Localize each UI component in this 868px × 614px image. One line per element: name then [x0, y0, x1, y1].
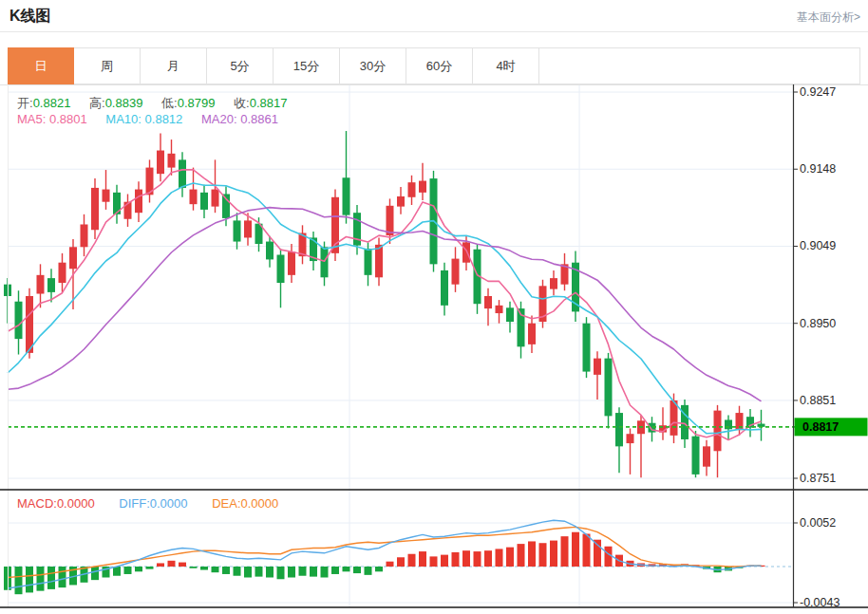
candle-body — [484, 296, 492, 308]
candle-body — [583, 324, 591, 372]
candle-body — [365, 249, 372, 275]
macd-bar — [484, 550, 492, 567]
macd-bar — [528, 541, 536, 567]
diff-readout: DIFF:0.0000 — [119, 496, 187, 511]
y-axis-label: 0.9247 — [800, 85, 836, 99]
dea-line — [8, 527, 762, 577]
candle-body — [157, 151, 164, 175]
macd-bar — [321, 567, 329, 578]
candle-body — [375, 245, 383, 277]
ma-legend: MA5: 0.8801 MA10: 0.8812 MA20: 0.8861 — [17, 112, 293, 126]
macd-bar — [146, 567, 154, 569]
macd-bar — [212, 567, 219, 572]
macd-bar — [190, 567, 198, 568]
macd-bar — [331, 567, 339, 574]
candle-body — [387, 206, 394, 235]
macd-bar — [375, 567, 383, 571]
candle-body — [452, 259, 460, 285]
candle-body — [266, 242, 274, 260]
candle-body — [47, 278, 55, 292]
kline-chart: 0.92470.91480.90490.89500.88510.87510.00… — [0, 0, 868, 614]
candle-body — [168, 154, 176, 168]
y-axis-label: 0.9049 — [800, 239, 836, 252]
y-axis-label: 0.8950 — [800, 317, 836, 330]
candle-body — [615, 413, 623, 446]
macd-readout: MACD:0.0000 — [17, 496, 95, 511]
macd-bar — [408, 554, 416, 567]
candle-body — [703, 446, 710, 466]
macd-bar — [387, 562, 394, 567]
macd-bar — [572, 532, 579, 567]
kline-widget: K线图 基本面分析> 日周月5分15分30分60分4时 0.92470.9148… — [0, 0, 868, 614]
candle-body — [288, 251, 295, 275]
macd-bar — [157, 563, 164, 567]
high-readout: 高:0.8839 — [89, 96, 142, 110]
macd-bar — [474, 551, 481, 567]
y-axis-label: 0.8751 — [800, 472, 836, 485]
macd-bar — [496, 549, 503, 567]
candle-body — [59, 263, 66, 283]
candle-body — [714, 411, 722, 452]
candle-body — [37, 275, 45, 294]
candle-body — [200, 193, 208, 210]
candle-body — [91, 188, 99, 230]
ma5-line — [8, 170, 762, 440]
candle-body — [212, 190, 219, 207]
candle-body — [343, 177, 350, 214]
last-price-tag-label: 0.8817 — [802, 420, 839, 434]
macd-bar — [441, 555, 448, 567]
macd-bar — [583, 534, 591, 567]
low-readout: 低:0.8799 — [161, 96, 215, 110]
macd-bar — [343, 567, 350, 571]
candle-body — [234, 220, 241, 241]
dea-readout: DEA:0.0000 — [212, 496, 278, 511]
y-axis-label: 0.8851 — [800, 394, 836, 407]
macd-bar — [462, 550, 470, 567]
candle-body — [179, 159, 186, 188]
macd-bar — [113, 567, 121, 576]
y-axis-label: 0.9148 — [800, 162, 836, 176]
macd-bar — [539, 543, 547, 567]
ma10-legend: MA10: 0.8812 — [105, 112, 182, 126]
candle-body — [692, 437, 700, 474]
candle-body — [408, 182, 416, 197]
candle-body — [244, 220, 252, 237]
macd-bar — [234, 567, 241, 576]
candle-body — [190, 190, 198, 205]
candle-body — [462, 242, 470, 262]
macd-bar — [365, 567, 372, 575]
open-readout: 开:0.8821 — [17, 96, 70, 110]
macd-bar — [266, 567, 274, 578]
candle-body — [26, 296, 33, 353]
ohlc-legend: 开:0.8821 高:0.8839 低:0.8799 收:0.8817 — [17, 95, 302, 112]
candle-body — [528, 324, 536, 344]
candle-body — [627, 434, 634, 443]
macd-bar — [255, 567, 263, 577]
candle-body — [594, 359, 601, 375]
macd-bar — [430, 556, 438, 567]
macd-bar — [135, 567, 142, 571]
macd-bar — [353, 567, 361, 573]
candle-body — [222, 194, 230, 217]
candle-body — [397, 196, 405, 207]
candle-body — [277, 254, 285, 283]
macd-bar — [561, 536, 569, 567]
macd-bar — [200, 567, 208, 570]
macd-bar — [310, 567, 317, 577]
macd-bar — [288, 567, 295, 578]
macd-bar — [419, 551, 426, 567]
candle-body — [605, 359, 613, 417]
macd-bar — [550, 541, 557, 567]
candle-body — [496, 306, 503, 313]
candle-body — [321, 247, 329, 277]
candle-body — [103, 190, 110, 202]
macd-bar — [26, 567, 33, 592]
macd-bar — [506, 548, 514, 567]
candle-body — [81, 224, 88, 247]
candle-body — [135, 190, 142, 214]
close-readout: 收:0.8817 — [234, 96, 287, 110]
macd-bar — [452, 552, 460, 567]
macd-legend: MACD:0.0000 DIFF:0.0000 DEA:0.0000 — [17, 496, 299, 511]
macd-bar — [124, 567, 132, 574]
macd-bar — [277, 567, 285, 579]
